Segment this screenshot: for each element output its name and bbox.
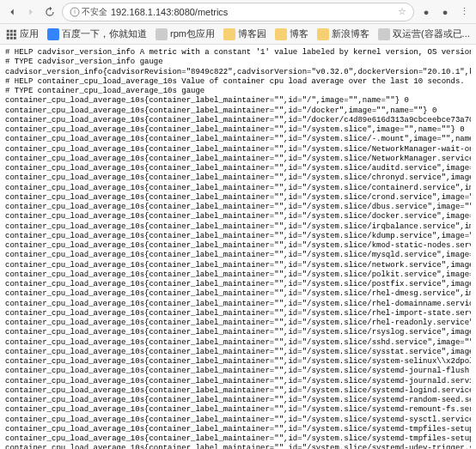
apps-label: 应用 bbox=[20, 27, 39, 40]
metric-line: container_cpu_load_average_10s{container… bbox=[5, 289, 471, 299]
bookmark-item[interactable]: 百度一下，你就知道 bbox=[47, 27, 147, 40]
metric-line: container_cpu_load_average_10s{container… bbox=[5, 377, 471, 386]
metric-line: container_cpu_load_average_10s{container… bbox=[5, 241, 471, 251]
metric-line: container_cpu_load_average_10s{container… bbox=[5, 155, 471, 164]
folder-icon bbox=[317, 28, 329, 40]
bookmark-label: 新浪博客 bbox=[332, 27, 369, 40]
metric-line: container_cpu_load_average_10s{container… bbox=[5, 425, 471, 434]
svg-rect-3 bbox=[10, 29, 13, 32]
metric-line: # TYPE container_cpu_load_average_10s ga… bbox=[5, 87, 471, 96]
metric-line: cadvisor_version_info{cadvisorRevision="… bbox=[5, 68, 471, 77]
metric-line: container_cpu_load_average_10s{container… bbox=[5, 164, 471, 173]
profile-icon[interactable]: ● bbox=[438, 5, 452, 19]
bookmark-item[interactable]: 新浪博客 bbox=[317, 27, 369, 40]
favicon-icon bbox=[156, 28, 168, 40]
metric-line: container_cpu_load_average_10s{container… bbox=[5, 396, 471, 405]
metric-line: container_cpu_load_average_10s{container… bbox=[5, 203, 471, 212]
metric-line: container_cpu_load_average_10s{container… bbox=[5, 270, 471, 280]
bookmarks-bar: 应用 百度一下，你就知道 rpm包应用 博客园 博客 新浪博客 双运营(容器或已… bbox=[0, 24, 476, 45]
favicon-icon bbox=[47, 28, 59, 40]
metric-line: container_cpu_load_average_10s{container… bbox=[5, 184, 471, 193]
bookmark-label: 博客园 bbox=[238, 27, 266, 40]
bookmark-label: 百度一下，你就知道 bbox=[62, 27, 147, 40]
svg-rect-2 bbox=[7, 29, 9, 32]
address-bar[interactable]: i不安全 192.168.1.143:8080/metrics ☆ bbox=[62, 3, 414, 21]
metric-line: container_cpu_load_average_10s{container… bbox=[5, 251, 471, 260]
reload-button[interactable] bbox=[43, 5, 57, 19]
metric-line: container_cpu_load_average_10s{container… bbox=[5, 125, 471, 135]
metric-line: container_cpu_load_average_10s{container… bbox=[5, 232, 471, 241]
bookmark-item[interactable]: 博客园 bbox=[223, 27, 266, 40]
metric-line: container_cpu_load_average_10s{container… bbox=[5, 328, 471, 337]
metric-line: container_cpu_load_average_10s{container… bbox=[5, 338, 471, 348]
metric-line: container_cpu_load_average_10s{container… bbox=[5, 96, 471, 106]
metric-line: container_cpu_load_average_10s{container… bbox=[5, 405, 471, 415]
metric-line: container_cpu_load_average_10s{container… bbox=[5, 367, 471, 376]
browser-toolbar: i不安全 192.168.1.143:8080/metrics ☆ ● ● ⋮ bbox=[0, 0, 476, 24]
svg-rect-4 bbox=[14, 29, 16, 32]
metric-line: container_cpu_load_average_10s{container… bbox=[5, 212, 471, 221]
svg-text:i: i bbox=[74, 9, 76, 15]
metric-line: container_cpu_load_average_10s{container… bbox=[5, 386, 471, 396]
metric-line: container_cpu_load_average_10s{container… bbox=[5, 261, 471, 270]
bookmark-label: 双运营(容器或已... bbox=[393, 27, 470, 40]
metric-line: container_cpu_load_average_10s{container… bbox=[5, 348, 471, 357]
metric-line: container_cpu_load_average_10s{container… bbox=[5, 106, 471, 116]
not-secure-badge: i不安全 bbox=[70, 6, 107, 18]
apps-shortcut[interactable]: 应用 bbox=[5, 27, 39, 40]
svg-rect-9 bbox=[10, 36, 13, 39]
bookmark-star-icon[interactable]: ☆ bbox=[398, 6, 406, 17]
metric-line: container_cpu_load_average_10s{container… bbox=[5, 444, 471, 449]
metric-line: # HELP container_cpu_load_average_10s Va… bbox=[5, 77, 471, 87]
metric-line: container_cpu_load_average_10s{container… bbox=[5, 309, 471, 319]
folder-icon bbox=[275, 28, 287, 40]
svg-rect-10 bbox=[14, 36, 16, 39]
metric-line: container_cpu_load_average_10s{container… bbox=[5, 193, 471, 203]
svg-rect-6 bbox=[10, 33, 13, 35]
metric-line: container_cpu_load_average_10s{container… bbox=[5, 280, 471, 289]
metric-line: container_cpu_load_average_10s{container… bbox=[5, 319, 471, 328]
back-button[interactable] bbox=[5, 5, 19, 19]
metrics-content: # HELP cadvisor_version_info A metric wi… bbox=[0, 45, 476, 449]
metric-line: container_cpu_load_average_10s{container… bbox=[5, 300, 471, 309]
metric-line: # TYPE cadvisor_version_info gauge bbox=[5, 58, 471, 67]
svg-rect-7 bbox=[14, 33, 16, 35]
metric-line: container_cpu_load_average_10s{container… bbox=[5, 135, 471, 144]
forward-button[interactable] bbox=[24, 5, 38, 19]
favicon-icon bbox=[378, 28, 390, 40]
folder-icon bbox=[223, 28, 235, 40]
extension-icon[interactable]: ● bbox=[419, 5, 433, 19]
url-text: 192.168.1.143:8080/metrics bbox=[111, 7, 228, 17]
bookmark-label: 博客 bbox=[290, 27, 308, 40]
metric-line: container_cpu_load_average_10s{container… bbox=[5, 145, 471, 155]
svg-rect-8 bbox=[7, 36, 9, 39]
metric-line: container_cpu_load_average_10s{container… bbox=[5, 173, 471, 183]
metric-line: container_cpu_load_average_10s{container… bbox=[5, 116, 471, 125]
bookmark-label: rpm包应用 bbox=[170, 27, 215, 40]
menu-icon[interactable]: ⋮ bbox=[457, 5, 471, 19]
metric-line: # HELP cadvisor_version_info A metric wi… bbox=[5, 48, 471, 58]
bookmark-item[interactable]: 双运营(容器或已... bbox=[378, 27, 470, 40]
metric-line: container_cpu_load_average_10s{container… bbox=[5, 434, 471, 444]
svg-rect-5 bbox=[7, 33, 9, 35]
bookmark-item[interactable]: rpm包应用 bbox=[156, 27, 215, 40]
bookmark-item[interactable]: 博客 bbox=[275, 27, 308, 40]
metric-line: container_cpu_load_average_10s{container… bbox=[5, 222, 471, 232]
metric-line: container_cpu_load_average_10s{container… bbox=[5, 357, 471, 367]
metric-line: container_cpu_load_average_10s{container… bbox=[5, 416, 471, 425]
